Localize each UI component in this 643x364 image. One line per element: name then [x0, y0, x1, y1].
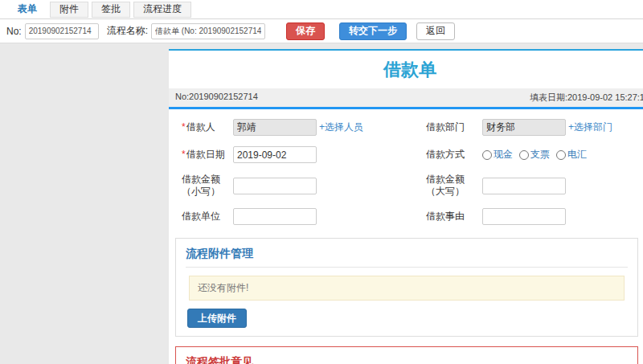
- unit-field: [233, 208, 426, 225]
- borrow-date-label: *借款日期: [182, 149, 233, 161]
- required-mark: *: [182, 121, 186, 133]
- reason-input[interactable]: [482, 208, 566, 225]
- process-name-label: 流程名称:: [107, 24, 148, 38]
- attachment-section: 流程附件管理 还没有附件! 上传附件: [175, 238, 638, 337]
- upload-attachment-button[interactable]: 上传附件: [187, 309, 247, 328]
- no-label: No:: [6, 26, 22, 37]
- reason-label: 借款事由: [426, 211, 482, 223]
- process-name-input[interactable]: [151, 23, 265, 39]
- approval-section-title: 流程签批意见: [186, 355, 628, 364]
- form-fields: *借款人 +选择人员 借款部门 +选择部门 *借款日期 借款方式 现金 支票: [169, 109, 643, 235]
- command-bar: No: 流程名称: 保存 转交下一步 返回: [0, 19, 643, 43]
- department-label: 借款部门: [426, 121, 482, 133]
- amount-upper-field: [482, 178, 643, 194]
- radio-cash-label: 现金: [494, 148, 513, 162]
- borrower-field: +选择人员: [233, 119, 426, 136]
- attachment-section-title: 流程附件管理: [186, 247, 628, 261]
- select-person-link[interactable]: +选择人员: [319, 121, 363, 134]
- radio-cash-input[interactable]: [482, 150, 492, 160]
- radio-wire[interactable]: 电汇: [556, 148, 587, 162]
- form-panel: 借款单 No:20190902152714 填表日期:2019-09-02 15…: [169, 49, 643, 364]
- no-input[interactable]: [25, 23, 99, 39]
- required-mark: *: [182, 149, 186, 160]
- no-attachment-notice: 还没有附件!: [189, 276, 625, 301]
- save-button[interactable]: 保存: [286, 22, 325, 40]
- radio-cheque-input[interactable]: [519, 150, 529, 160]
- tab-form[interactable]: 表单: [8, 2, 47, 18]
- approval-section: 流程签批意见 B I abc A A ∞ ⚑: [175, 346, 638, 364]
- meta-bar: No:20190902152714 填表日期:2019-09-02 15:27:…: [169, 88, 643, 109]
- unit-label: 借款单位: [182, 211, 233, 223]
- amount-upper-label: 借款金额（大写）: [426, 174, 482, 198]
- tab-sign[interactable]: 签批: [92, 2, 130, 18]
- select-department-link[interactable]: +选择部门: [568, 121, 612, 134]
- forward-next-button[interactable]: 转交下一步: [339, 22, 407, 40]
- department-field: +选择部门: [482, 119, 643, 136]
- radio-cash[interactable]: 现金: [482, 148, 513, 162]
- fill-date: 填表日期:2019-09-02 15:27:1: [530, 92, 643, 104]
- amount-lower-field: [233, 178, 426, 194]
- borrow-date-field: [233, 146, 426, 163]
- app-window: 表单 附件 签批 流程进度 No: 流程名称: 保存 转交下一步 返回 借款单 …: [0, 0, 643, 364]
- tab-progress-label: 流程进度: [143, 2, 182, 16]
- tab-attachment-label: 附件: [59, 2, 79, 16]
- tab-bar: 表单 附件 签批 流程进度: [0, 0, 643, 19]
- document-no: No:20190902152714: [175, 92, 258, 104]
- back-button[interactable]: 返回: [416, 22, 455, 40]
- amount-lower-input[interactable]: [233, 178, 317, 194]
- reason-field: [482, 208, 643, 225]
- method-label: 借款方式: [426, 149, 482, 161]
- method-field: 现金 支票 电汇: [482, 148, 643, 162]
- department-input[interactable]: [482, 119, 566, 136]
- borrow-date-input[interactable]: [233, 146, 317, 163]
- radio-wire-label: 电汇: [567, 148, 587, 162]
- radio-wire-input[interactable]: [556, 150, 566, 160]
- tab-progress[interactable]: 流程进度: [133, 2, 191, 18]
- borrower-label-text: 借款人: [186, 121, 215, 133]
- amount-lower-label: 借款金额（小写）: [182, 174, 233, 198]
- tab-attachment[interactable]: 附件: [50, 2, 88, 18]
- unit-input[interactable]: [233, 208, 317, 225]
- divider: [186, 267, 628, 268]
- borrower-label: *借款人: [182, 121, 233, 133]
- borrower-input[interactable]: [233, 119, 317, 136]
- tab-form-label: 表单: [18, 2, 37, 16]
- radio-cheque[interactable]: 支票: [519, 148, 550, 162]
- amount-upper-input[interactable]: [482, 178, 566, 194]
- radio-cheque-label: 支票: [530, 148, 550, 162]
- document-title: 借款单: [169, 51, 643, 88]
- tab-sign-label: 签批: [101, 2, 121, 16]
- borrow-date-label-text: 借款日期: [186, 149, 225, 160]
- workspace: 借款单 No:20190902152714 填表日期:2019-09-02 15…: [0, 44, 643, 364]
